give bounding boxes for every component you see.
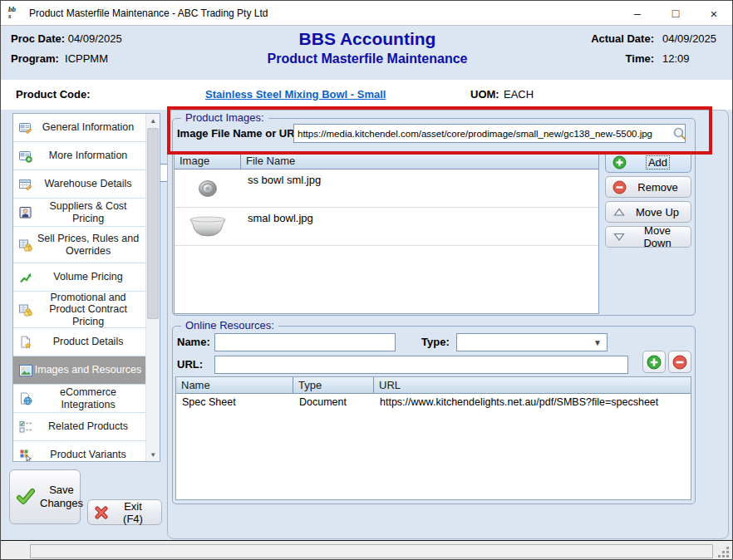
- sidebar-item-product-variants[interactable]: Product Variants: [13, 441, 145, 461]
- plus-circle-icon: [647, 355, 662, 370]
- card-add-icon: [19, 150, 32, 163]
- add-resource-button[interactable]: [642, 351, 666, 373]
- sidebar-scrollbar[interactable]: ▲ ▼: [145, 114, 160, 461]
- status-bar: [1, 540, 732, 560]
- product-images-table-header: Image File Name: [175, 153, 598, 169]
- sidebar-item-images-and-resources[interactable]: Images and Resources: [13, 356, 145, 385]
- column-header-type: Type: [293, 377, 374, 393]
- globe-doc-icon: [19, 392, 32, 405]
- resource-name-label: Name:: [177, 336, 210, 348]
- proc-date: Proc Date: 04/09/2025: [11, 32, 122, 45]
- save-changes-button[interactable]: Save Changes: [9, 469, 81, 524]
- sidebar-item-product-details[interactable]: Product Details: [13, 328, 145, 356]
- move-up-button[interactable]: Move Up: [605, 201, 691, 223]
- resource-type-select[interactable]: ▼: [456, 333, 608, 351]
- chart-up-icon: [19, 271, 32, 284]
- online-resources-title: Online Resources:: [181, 319, 278, 332]
- chevron-down-icon: ▼: [593, 338, 602, 347]
- image-url-label: Image File Name or URL:: [177, 127, 305, 140]
- sidebar-item-more-information[interactable]: More Information: [13, 142, 145, 170]
- triangle-up-icon: [612, 206, 626, 218]
- minimize-button[interactable]: –: [622, 1, 652, 26]
- related-products-icon: [19, 420, 32, 434]
- maximize-button[interactable]: □: [661, 1, 691, 26]
- sidebar-item-related-products[interactable]: Related Products: [13, 413, 145, 441]
- product-bar: Product Code: Stainless Steel Mixing Bow…: [1, 80, 732, 110]
- steel-bowl-top-view-thumbnail: [175, 169, 241, 207]
- green-check-icon: [17, 488, 35, 506]
- header: Proc Date: 04/09/2025 Program: ICPPMM BB…: [1, 27, 732, 80]
- supplier-icon: [19, 206, 32, 219]
- actual-date-label: Actual Date:: [591, 32, 654, 45]
- minus-circle-icon: [672, 355, 687, 370]
- resource-url-input[interactable]: [214, 356, 628, 374]
- table-row[interactable]: smal bowl.jpg: [175, 208, 598, 246]
- sidebar-item-warehouse-details[interactable]: Warehouse Details: [13, 170, 145, 199]
- exit-button[interactable]: Exit (F4): [87, 499, 162, 525]
- triangle-down-icon: [612, 231, 626, 243]
- sidebar-item-ecommerce-integrations[interactable]: eCommerce Integrations: [13, 385, 145, 413]
- program-label: Program:: [11, 52, 59, 65]
- product-code-label: Product Code:: [16, 88, 91, 101]
- uom-label: UOM:: [470, 88, 499, 101]
- time-label: Time:: [626, 52, 654, 65]
- sell-prices-icon: [19, 238, 32, 252]
- table-row[interactable]: Spec Sheet Document https://www.kitchend…: [176, 394, 691, 410]
- document-star-icon: [19, 336, 32, 349]
- plus-circle-icon: [612, 155, 627, 169]
- window-title: Product Masterfile Maintenance - ABC Tra…: [29, 7, 268, 19]
- image-url-search-icon[interactable]: [672, 126, 687, 141]
- sidebar-item-promotional-contract-pricing[interactable]: Promotional and Product Contract Pricing: [13, 292, 145, 328]
- sidebar-item-suppliers-cost-pricing[interactable]: Suppliers & Cost Pricing: [13, 199, 145, 227]
- contract-pricing-icon: [19, 303, 32, 317]
- image-file-name: smal bowl.jpg: [241, 208, 598, 245]
- product-name-link[interactable]: Stainless Steel Mixing Bowl - Small: [205, 88, 386, 101]
- close-button[interactable]: ×: [699, 1, 729, 26]
- resource-name: Spec Sheet: [176, 394, 293, 410]
- sidebar-item-volume-pricing[interactable]: Volume Pricing: [13, 263, 145, 292]
- actual-date: Actual Date: 04/09/2025: [539, 32, 722, 45]
- app-heading: BBS Accounting Product Masterfile Mainte…: [217, 28, 518, 68]
- move-down-button[interactable]: Move Down: [605, 226, 691, 248]
- proc-date-label: Proc Date:: [11, 32, 65, 45]
- resource-type-label: Type:: [421, 336, 450, 348]
- app-logo-icon: bb s: [8, 6, 23, 21]
- online-resources-table-header: Name Type URL: [176, 377, 691, 394]
- app-window: bb s Product Masterfile Maintenance - AB…: [0, 0, 733, 560]
- red-x-icon: [95, 506, 108, 519]
- product-images-title: Product Images:: [181, 111, 268, 124]
- table-row[interactable]: ss bowl sml.jpg: [175, 169, 598, 208]
- table-edit-icon: [19, 178, 32, 191]
- resource-name-input[interactable]: [214, 333, 396, 351]
- steel-bowl-side-view-thumbnail: [175, 208, 241, 245]
- product-images-table: Image File Name ss bowl sml.jpg: [174, 152, 599, 314]
- program: Program: ICPPMM: [11, 52, 108, 65]
- add-image-button[interactable]: Add: [605, 151, 691, 173]
- column-header-file-name: File Name: [241, 153, 598, 169]
- card-edit-icon: [19, 121, 32, 135]
- screen-title: Product Masterfile Maintenance: [217, 50, 518, 68]
- scroll-up-icon[interactable]: ▲: [146, 114, 160, 127]
- online-resources-table: Name Type URL Spec Sheet Document https:…: [175, 376, 691, 500]
- time: Time: 12:09: [539, 52, 722, 65]
- resource-url-label: URL:: [177, 358, 203, 371]
- remove-image-button[interactable]: Remove: [605, 176, 691, 198]
- status-message-field: [30, 544, 713, 558]
- image-file-name: ss bowl sml.jpg: [241, 169, 598, 207]
- program-value: ICPPMM: [65, 52, 108, 65]
- title-bar: bb s Product Masterfile Maintenance - AB…: [1, 1, 732, 26]
- sidebar-item-general-information[interactable]: General Information: [13, 114, 145, 142]
- uom-value: EACH: [504, 88, 534, 101]
- resource-type: Document: [293, 394, 374, 410]
- sidebar-item-sell-prices[interactable]: Sell Prices, Rules and Overrides: [13, 227, 145, 263]
- scrollbar-thumb[interactable]: [147, 128, 159, 319]
- remove-resource-button[interactable]: [668, 351, 691, 373]
- sidebar-list: General Information More Information War…: [13, 114, 145, 461]
- sidebar: General Information More Information War…: [12, 113, 160, 462]
- resize-grip[interactable]: [717, 546, 729, 558]
- image-icon: [19, 364, 32, 377]
- scroll-down-icon[interactable]: ▼: [146, 448, 160, 461]
- actual-date-value: 04/09/2025: [662, 32, 722, 45]
- image-url-input[interactable]: [293, 124, 686, 143]
- app-title: BBS Accounting: [217, 28, 518, 50]
